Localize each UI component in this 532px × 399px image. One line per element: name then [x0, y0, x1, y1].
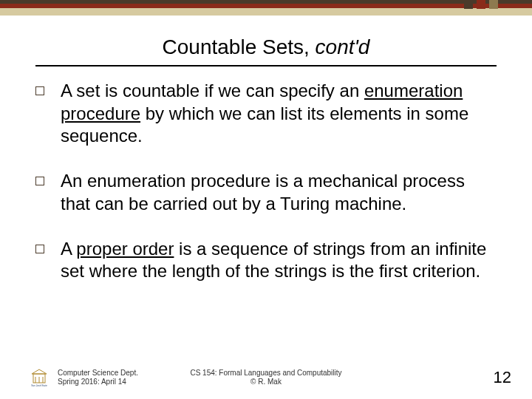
bullet-item: An enumeration procedure is a mechanical… [35, 170, 497, 215]
title-main: Countable Sets, [163, 35, 316, 58]
bullet-box-icon [35, 86, 44, 95]
title-underline [35, 65, 497, 66]
bullet-text: A proper order is a sequence of strings … [61, 238, 497, 283]
bullet-text: An enumeration procedure is a mechanical… [61, 170, 497, 215]
course-line: CS 154: Formal Languages and Computabili… [0, 369, 532, 378]
slide-body: A set is countable if we can specify an … [35, 80, 497, 305]
page-number: 12 [494, 368, 511, 387]
bullet-item: A proper order is a sequence of strings … [35, 238, 497, 283]
footer-center: CS 154: Formal Languages and Computabili… [0, 369, 532, 387]
slide-footer: San José State Computer Science Dept. Sp… [0, 368, 532, 387]
bullet-text: A set is countable if we can specify an … [61, 80, 497, 148]
slide-title: Countable Sets, cont'd [0, 35, 532, 59]
title-italic: cont'd [316, 35, 370, 58]
copyright-line: © R. Mak [0, 378, 532, 387]
bullet-box-icon [35, 245, 44, 253]
top-decoration [0, 0, 532, 16]
bullet-box-icon [35, 177, 44, 185]
bullet-item: A set is countable if we can specify an … [35, 80, 497, 148]
underlined-term: proper order [76, 239, 174, 259]
corner-squares [464, 0, 498, 9]
